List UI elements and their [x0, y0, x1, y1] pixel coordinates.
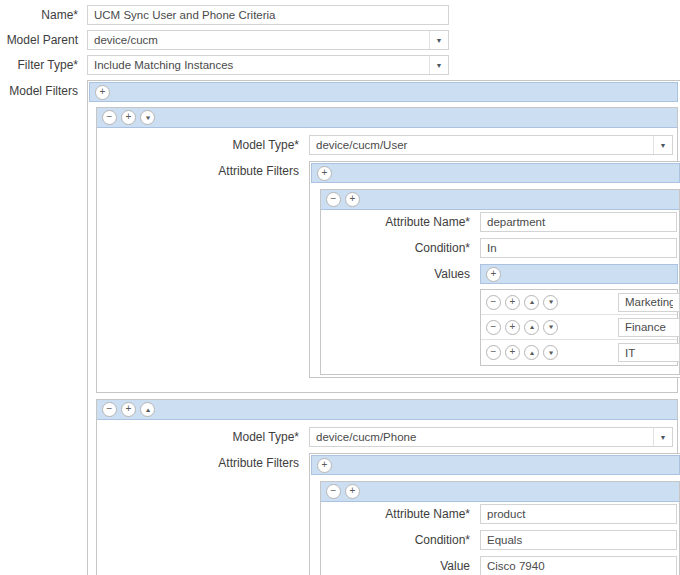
arrow-down-icon: ▼ [144, 115, 151, 121]
model-parent-input[interactable] [87, 30, 449, 50]
plus-icon: + [350, 486, 356, 496]
remove-model-filter-button[interactable]: − [102, 110, 117, 125]
model-filter-panel-body: Model Type* ▼ Attribute Filters + [97, 128, 677, 392]
add-attribute-filter-button[interactable]: + [345, 192, 360, 207]
move-value-down-button[interactable]: ▼ [543, 320, 558, 335]
add-value-button[interactable]: + [505, 345, 520, 360]
minus-icon: − [491, 347, 497, 357]
attribute-filters-add-bar: + [311, 163, 680, 183]
move-value-up-button[interactable]: ▲ [524, 345, 539, 360]
attribute-name-label: Attribute Name* [321, 215, 470, 229]
dropdown-arrow-icon[interactable]: ▼ [429, 56, 448, 74]
add-model-filter-button[interactable]: + [95, 85, 110, 100]
condition-label: Condition* [321, 241, 470, 255]
plus-icon: + [491, 269, 497, 279]
attribute-name-input[interactable] [480, 504, 677, 524]
move-value-down-button[interactable]: ▼ [543, 345, 558, 360]
remove-value-button[interactable]: − [486, 295, 501, 310]
model-type-label: Model Type* [97, 430, 299, 444]
remove-value-button[interactable]: − [486, 320, 501, 335]
arrow-up-icon: ▲ [528, 299, 535, 305]
value-row-single: Value [321, 556, 679, 575]
model-filter-panel-header: − + ▲ [97, 400, 677, 420]
value-input[interactable] [618, 293, 680, 312]
values-group: + − + ▲ [480, 264, 678, 366]
dropdown-arrow-icon[interactable]: ▼ [653, 136, 672, 154]
plus-icon: + [126, 404, 132, 414]
dropdown-arrow-icon[interactable]: ▼ [653, 428, 672, 446]
minus-icon: − [107, 112, 113, 122]
attribute-filters-add-bar: + [311, 455, 680, 475]
condition-input[interactable] [480, 530, 677, 550]
attribute-name-label: Attribute Name* [321, 507, 470, 521]
value-row: − + ▲ ▼ [481, 340, 677, 365]
move-model-filter-down-button[interactable]: ▼ [140, 110, 155, 125]
model-filters-container: + − + ▼ Model Ty [87, 80, 680, 575]
model-type-input[interactable] [309, 427, 673, 447]
model-type-label: Model Type* [97, 138, 299, 152]
filter-type-input[interactable] [87, 55, 449, 75]
add-attribute-filter-button[interactable]: + [317, 166, 332, 181]
condition-row: Condition* [321, 238, 679, 258]
values-label: Values [321, 264, 470, 281]
attribute-name-input[interactable] [480, 212, 677, 232]
add-value-button[interactable]: + [486, 267, 501, 282]
remove-attribute-filter-button[interactable]: − [326, 484, 341, 499]
model-type-row: Model Type* ▼ [97, 135, 677, 155]
value-input[interactable] [618, 318, 680, 337]
add-value-button[interactable]: + [505, 320, 520, 335]
model-filters-add-bar: + [89, 82, 678, 102]
attribute-filters-row: Attribute Filters + − [97, 161, 677, 378]
model-type-combo: ▼ [309, 427, 673, 447]
model-type-row: Model Type* ▼ [97, 427, 677, 447]
move-value-up-button[interactable]: ▲ [524, 320, 539, 335]
condition-input[interactable] [480, 238, 677, 258]
attribute-filter-panel: − + Attribute Name* [320, 189, 680, 375]
arrow-up-icon: ▲ [528, 324, 535, 330]
attribute-filters-row: Attribute Filters + − [97, 453, 677, 575]
arrow-up-icon: ▲ [528, 350, 535, 356]
add-model-filter-button[interactable]: + [121, 110, 136, 125]
plus-icon: + [510, 347, 516, 357]
add-attribute-filter-button[interactable]: + [345, 484, 360, 499]
attribute-filters-container: + − + [309, 453, 680, 575]
value-input[interactable] [618, 343, 680, 362]
plus-icon: + [510, 322, 516, 332]
attribute-filter-panel: − + Attribute Name* [320, 481, 680, 575]
attribute-filter-panel-header: − + [321, 190, 679, 210]
values-row: Values + [321, 264, 679, 366]
name-input[interactable] [87, 5, 449, 25]
plus-icon: + [126, 112, 132, 122]
minus-icon: − [491, 297, 497, 307]
move-value-up-button[interactable]: ▲ [524, 295, 539, 310]
move-value-down-button[interactable]: ▼ [543, 295, 558, 310]
move-model-filter-up-button[interactable]: ▲ [140, 402, 155, 417]
model-filter-panel-body: Model Type* ▼ Attribute Filters + [97, 420, 677, 575]
add-value-button[interactable]: + [505, 295, 520, 310]
value-input[interactable] [480, 556, 677, 575]
plus-icon: + [510, 297, 516, 307]
remove-model-filter-button[interactable]: − [102, 402, 117, 417]
value-row: − + ▲ ▼ [481, 290, 677, 315]
add-attribute-filter-button[interactable]: + [317, 458, 332, 473]
dropdown-arrow-icon[interactable]: ▼ [429, 31, 448, 49]
plus-icon: + [322, 460, 328, 470]
model-filter-panel-header: − + ▼ [97, 108, 677, 128]
model-filter-panel-phone: − + ▲ Model Type* ▼ [96, 399, 678, 575]
model-type-input[interactable] [309, 135, 673, 155]
values-list: − + ▲ ▼ − [480, 289, 678, 366]
attribute-filters-label: Attribute Filters [97, 161, 299, 178]
value-row: − + ▲ ▼ [481, 315, 677, 340]
remove-value-button[interactable]: − [486, 345, 501, 360]
arrow-down-icon: ▼ [547, 299, 554, 305]
add-model-filter-button[interactable]: + [121, 402, 136, 417]
condition-label: Condition* [321, 533, 470, 547]
plus-icon: + [322, 168, 328, 178]
arrow-up-icon: ▲ [144, 407, 151, 413]
values-add-bar: + [480, 264, 678, 284]
model-type-combo: ▼ [309, 135, 673, 155]
remove-attribute-filter-button[interactable]: − [326, 192, 341, 207]
filter-type-row: Filter Type* ▼ [0, 55, 680, 75]
model-parent-combo: ▼ [87, 30, 449, 50]
attribute-filter-panel-header: − + [321, 482, 679, 502]
